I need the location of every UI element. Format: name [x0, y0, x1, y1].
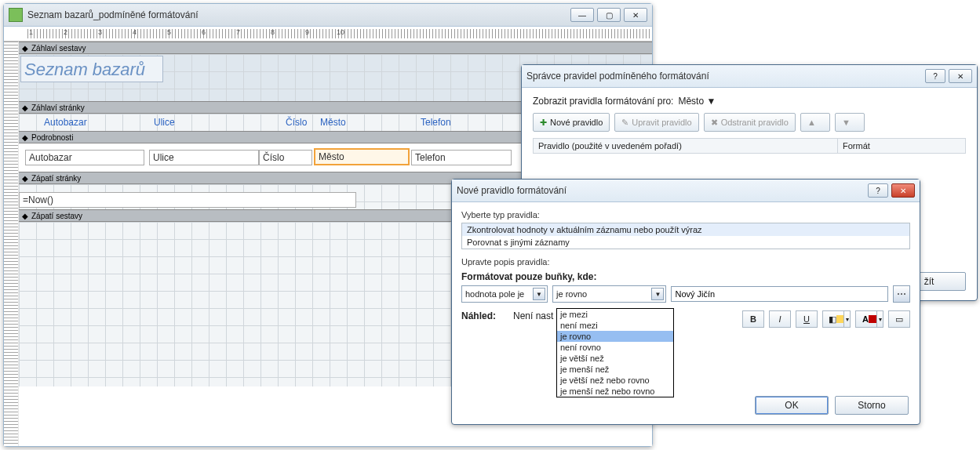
- section-label: Zápatí stránky: [31, 174, 81, 183]
- section-label: Záhlaví stránky: [31, 103, 85, 112]
- detail-field-telefon[interactable]: Telefon: [411, 150, 512, 165]
- operator-option[interactable]: je větší než: [557, 353, 673, 364]
- chevron-down-icon[interactable]: ▼: [843, 310, 851, 328]
- minimize-button[interactable]: —: [570, 8, 594, 22]
- preview-placeholder: Není nast: [513, 310, 560, 321]
- header-label-autobazar[interactable]: Autobazar: [41, 115, 90, 129]
- operator-option[interactable]: je větší než nebo rovno: [557, 375, 673, 386]
- col-rule-label: Pravidlo (použité v uvedeném pořadí): [534, 139, 838, 153]
- format-toolbar: B I U ◧ ▼ A ▼ ▭: [742, 310, 910, 328]
- new-rule-button[interactable]: ✚ Nové pravidlo: [533, 113, 610, 132]
- edit-rule-button[interactable]: ✎ Upravit pravidlo: [614, 113, 698, 132]
- help-button[interactable]: ?: [925, 69, 945, 83]
- rule-type-compare[interactable]: Porovnat s jinými záznamy: [462, 236, 909, 249]
- bucket-icon: ◧: [829, 314, 836, 325]
- rule-ok-button[interactable]: OK: [755, 396, 829, 415]
- enable-control-button[interactable]: ▭: [888, 310, 910, 328]
- operator-dropdown-list[interactable]: je mezi není mezi je rovno není rovno je…: [556, 308, 674, 397]
- operator-option[interactable]: je menší než nebo rovno: [557, 386, 673, 397]
- collapse-icon: ◆: [22, 44, 28, 53]
- vertical-ruler: [4, 42, 19, 446]
- collapse-icon: ◆: [22, 174, 28, 183]
- section-bar-report-header[interactable]: ◆ Záhlaví sestavy: [19, 42, 652, 54]
- close-button[interactable]: ✕: [949, 69, 972, 83]
- footer-field-now[interactable]: =Now(): [19, 192, 356, 208]
- col-format-label: Formát: [838, 139, 965, 153]
- chevron-down-icon: ▼: [706, 96, 716, 107]
- close-button[interactable]: ✕: [891, 183, 915, 198]
- section-label: Podrobnosti: [31, 133, 73, 142]
- font-color-swatch: [869, 315, 876, 323]
- move-down-button[interactable]: ▼: [835, 113, 865, 132]
- operator-option[interactable]: není mezi: [557, 320, 673, 331]
- move-up-button[interactable]: ▲: [800, 113, 830, 132]
- new-rule-dialog[interactable]: Nové pravidlo formátování ? ✕ Vyberte ty…: [451, 179, 920, 425]
- target-field-value: Město: [678, 96, 704, 107]
- collapse-icon: ◆: [22, 133, 28, 142]
- field-condition-combo[interactable]: hodnota pole je ▼: [461, 285, 548, 303]
- select-type-label: Vyberte typ pravidla:: [461, 210, 910, 220]
- fill-color-button[interactable]: ◧ ▼: [822, 310, 851, 328]
- help-button[interactable]: ?: [868, 183, 888, 198]
- rule-type-list[interactable]: Zkontrolovat hodnoty v aktuálním záznamu…: [461, 223, 910, 249]
- detail-field-autobazar[interactable]: Autobazar: [25, 150, 144, 165]
- section-label: Zápatí sestavy: [31, 212, 82, 220]
- edit-rule-icon: ✎: [621, 118, 628, 128]
- header-label-ulice[interactable]: Ulice: [151, 115, 178, 129]
- detail-field-ulice[interactable]: Ulice: [149, 150, 259, 165]
- collapse-icon: ◆: [22, 212, 28, 220]
- font-color-button[interactable]: A ▼: [855, 310, 883, 328]
- operator-option[interactable]: je menší než: [557, 364, 673, 375]
- format-where-label: Formátovat pouze buňky, kde:: [461, 271, 910, 282]
- expression-builder-button[interactable]: ⋯: [893, 285, 910, 303]
- underline-button[interactable]: U: [796, 310, 818, 328]
- report-title-label[interactable]: Seznam bazarů: [20, 56, 163, 82]
- operator-combo[interactable]: je rovno ▼: [552, 285, 666, 303]
- chevron-down-icon: ▼: [651, 288, 664, 300]
- section-label: Záhlaví sestavy: [31, 44, 86, 53]
- bold-button[interactable]: B: [742, 310, 764, 328]
- show-rules-for-label: Zobrazit pravidla formátování pro:: [533, 96, 673, 107]
- header-label-telefon[interactable]: Telefon: [417, 115, 454, 129]
- chevron-down-icon: ▼: [533, 288, 545, 300]
- rules-grid-header: Pravidlo (použité v uvedeném pořadí) For…: [533, 138, 966, 154]
- rule-titlebar: Nové pravidlo formátování ? ✕: [452, 180, 920, 202]
- rule-title: Nové pravidlo formátování: [457, 185, 865, 196]
- rule-type-check-values[interactable]: Zkontrolovat hodnoty v aktuálním záznamu…: [462, 223, 909, 236]
- field-condition-value: hodnota pole je: [465, 289, 524, 299]
- designer-title: Seznam bazarů_podmíněné formátování: [27, 9, 567, 20]
- target-field-combo[interactable]: Město ▼: [678, 96, 780, 107]
- operator-value: je rovno: [556, 289, 587, 299]
- italic-button[interactable]: I: [769, 310, 791, 328]
- report-icon: [9, 8, 23, 22]
- manager-titlebar: Správce pravidel podmíněného formátování…: [522, 65, 977, 88]
- new-rule-label: Nové pravidlo: [550, 118, 603, 127]
- designer-titlebar: Seznam bazarů_podmíněné formátování — ▢ …: [4, 4, 652, 27]
- collapse-icon: ◆: [22, 103, 28, 112]
- operator-option[interactable]: není rovno: [557, 342, 673, 353]
- header-label-mesto[interactable]: Město: [317, 115, 349, 129]
- horizontal-ruler: 1 2 3 4 5 6 7 8 9 10: [4, 27, 652, 42]
- chevron-down-icon[interactable]: ▼: [876, 310, 883, 328]
- delete-rule-button[interactable]: ✖ Odstranit pravidlo: [704, 113, 796, 132]
- delete-rule-icon: ✖: [711, 118, 718, 128]
- manager-title: Správce pravidel podmíněného formátování: [526, 71, 922, 82]
- operator-option[interactable]: je mezi: [557, 309, 673, 320]
- header-label-cislo[interactable]: Číslo: [282, 115, 310, 129]
- detail-field-cislo[interactable]: Číslo: [259, 150, 312, 165]
- preview-label: Náhled:: [461, 310, 508, 321]
- delete-rule-label: Odstranit pravidlo: [721, 118, 789, 127]
- value-input[interactable]: [671, 286, 888, 302]
- rule-cancel-button[interactable]: Storno: [835, 396, 909, 415]
- close-button[interactable]: ✕: [624, 8, 647, 22]
- detail-field-mesto[interactable]: Město: [314, 148, 410, 165]
- operator-option-selected[interactable]: je rovno: [557, 331, 673, 342]
- new-rule-icon: ✚: [540, 118, 547, 128]
- edit-desc-label: Upravte popis pravidla:: [461, 257, 910, 267]
- edit-rule-label: Upravit pravidlo: [632, 118, 691, 127]
- maximize-button[interactable]: ▢: [597, 8, 621, 22]
